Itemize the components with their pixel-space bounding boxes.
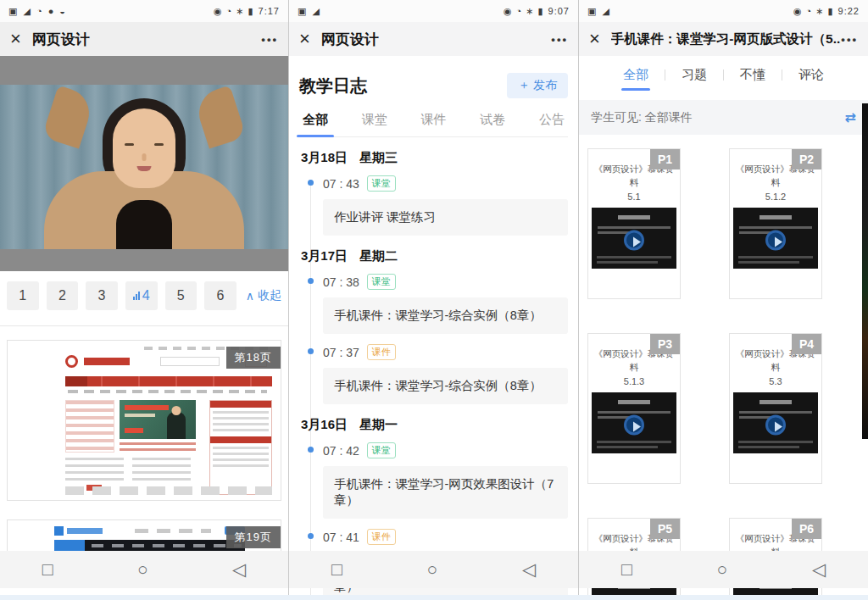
more-menu-icon[interactable]: ••• (261, 33, 278, 46)
play-button-icon[interactable] (765, 414, 786, 435)
page-button-1[interactable]: 1 (7, 281, 39, 310)
day-date: 3月18日 (301, 150, 348, 166)
slide-card-p3[interactable]: P3 《网页设计》慕课资料 5.1.3 (587, 333, 681, 484)
entry-tag-courseware: 课件 (367, 344, 396, 360)
tab-all[interactable]: 全部 (303, 112, 328, 136)
day-date: 3月17日 (301, 248, 348, 264)
entry-content[interactable]: 手机课件：课堂学习-综合实例（8章） (323, 368, 568, 404)
more-menu-icon[interactable]: ••• (551, 33, 568, 46)
page-18-label: 第18页 (226, 347, 281, 369)
timeline-dot (308, 348, 314, 354)
slide-badge: P1 (650, 149, 680, 169)
day-weekday: 星期一 (359, 417, 398, 433)
status-time: 9:07 (548, 6, 570, 16)
log-entry: 07 : 37 课件 手机课件：课堂学习-综合实例（8章） (299, 344, 568, 404)
recents-button[interactable]: □ (621, 559, 632, 580)
page-button-4-active[interactable]: 4 (125, 281, 158, 310)
title-bar: × 网页设计 ••• (289, 22, 578, 56)
tab-exam[interactable]: 试卷 (480, 112, 505, 136)
slide-page-18-thumbnail[interactable]: 第18页 (7, 340, 281, 501)
entry-content[interactable]: 作业讲评 课堂练习 (323, 199, 568, 236)
coat-lapel-left (42, 85, 96, 148)
back-button[interactable]: ◁ (232, 559, 246, 580)
more-menu-icon[interactable]: ••• (841, 33, 858, 46)
log-entry: 07 : 43 课堂 作业讲评 课堂练习 (299, 175, 568, 236)
playing-equalizer-icon (133, 292, 140, 300)
entry-tag-class: 课堂 (367, 274, 396, 290)
visibility-filter-row: 学生可见: 全部课件 ⇄ (579, 100, 868, 135)
home-button[interactable]: ○ (426, 559, 437, 580)
title-bar: × 手机课件：课堂学习-网页版式设计（5... ••• (579, 22, 868, 56)
teaching-log-title: 教学日志 (299, 75, 367, 97)
tab-comments[interactable]: 评论 (782, 67, 840, 83)
status-time: 9:22 (838, 6, 860, 16)
video-thumbnail (592, 208, 676, 269)
timeline-dot (308, 278, 314, 284)
entry-content[interactable]: 手机课件：课堂学习-网页效果图设计（7章） (323, 466, 568, 519)
collapse-button[interactable]: ∧ 收起 (246, 288, 281, 303)
coat-lapel-right (192, 85, 247, 148)
presenter-sweater (116, 200, 172, 249)
tab-all[interactable]: 全部 (607, 67, 665, 83)
slide-badge: P2 (792, 149, 821, 169)
phone-middle-teaching-log: ▣ ◢ ◉ ◔ ∗ ▮ 9:07 × 网页设计 ••• 教学日志 ＋ 发布 全部… (289, 0, 579, 600)
log-filter-tabs: 全部 课堂 课件 试卷 公告 (299, 112, 568, 137)
video-thumbnail (733, 208, 818, 269)
publish-button[interactable]: ＋ 发布 (507, 73, 568, 98)
tab-class[interactable]: 课堂 (362, 112, 387, 136)
slide-card-p2[interactable]: P2 《网页设计》慕课资料 5.1.2 (729, 148, 822, 299)
home-button[interactable]: ○ (137, 559, 148, 580)
courseware-tabs: 全部 习题 不懂 评论 (579, 56, 868, 92)
back-button[interactable]: ◁ (522, 559, 536, 580)
close-icon[interactable]: × (589, 30, 600, 48)
video-thumbnail (592, 392, 676, 453)
slide-badge: P3 (650, 334, 680, 354)
slide-subtitle: 5.3 (730, 376, 821, 386)
play-button-icon[interactable] (624, 230, 644, 250)
android-nav-bar: □ ○ ◁ (289, 551, 578, 588)
back-button[interactable]: ◁ (812, 559, 826, 580)
video-player[interactable] (0, 56, 288, 271)
status-left-icons: ▣ ◢ (298, 6, 321, 17)
entry-tag-class: 课堂 (367, 442, 396, 458)
screenshot-composite: ▣ ◢ ◔ ● ◒ ◉ ◔ ∗ ▮ 7:17 × 网页设计 ••• (0, 0, 868, 600)
page-selector: 1 2 3 4 5 6 ∧ 收起 (0, 271, 288, 319)
home-button[interactable]: ○ (716, 559, 727, 580)
status-bar: ▣ ◢ ◉ ◔ ∗ ▮ 9:22 (579, 0, 868, 22)
title-bar: × 网页设计 ••• (0, 22, 288, 56)
slide-card-p4[interactable]: P4 《网页设计》慕课资料 5.3 (729, 333, 822, 484)
video-thumbnail (733, 392, 818, 453)
presenter-face (113, 108, 175, 188)
android-nav-bar: □ ○ ◁ (579, 551, 868, 588)
page-button-3[interactable]: 3 (86, 281, 118, 310)
tab-courseware[interactable]: 课件 (421, 112, 447, 136)
slide-subtitle: 5.1.3 (588, 376, 680, 386)
page-19-label: 第19页 (226, 526, 281, 548)
recents-button[interactable]: □ (42, 559, 53, 580)
tab-exercises[interactable]: 习题 (665, 67, 723, 83)
play-button-icon[interactable] (765, 230, 786, 250)
slide-subtitle: 5.1.2 (730, 192, 821, 202)
slide-badge: P5 (650, 519, 680, 539)
page-button-6[interactable]: 6 (204, 281, 236, 310)
swap-order-icon[interactable]: ⇄ (845, 109, 856, 125)
page-button-5[interactable]: 5 (165, 281, 198, 310)
day-weekday: 星期二 (359, 248, 398, 264)
recents-button[interactable]: □ (331, 559, 342, 580)
entry-time: 07 : 42 (323, 444, 359, 458)
close-icon[interactable]: × (10, 30, 21, 48)
day-date: 3月16日 (301, 417, 348, 433)
play-button-icon[interactable] (624, 414, 644, 435)
tab-notice[interactable]: 公告 (539, 112, 565, 136)
entry-content[interactable]: 手机课件：课堂学习-综合实例（8章） (323, 297, 568, 334)
entry-time: 07 : 43 (323, 177, 359, 191)
status-right-icons: ◉ ◔ ∗ ▮ (793, 6, 834, 17)
timeline-dot (308, 447, 314, 453)
page-button-2[interactable]: 2 (47, 281, 79, 310)
phone-right-courseware: ▣ ◢ ◉ ◔ ∗ ▮ 9:22 × 手机课件：课堂学习-网页版式设计（5...… (579, 0, 868, 600)
timeline-dot (308, 533, 314, 539)
tab-confused[interactable]: 不懂 (724, 67, 782, 83)
slide-card-p1[interactable]: P1 《网页设计》慕课资料 5.1 (587, 148, 681, 299)
close-icon[interactable]: × (299, 30, 310, 48)
slide-badge: P6 (792, 519, 821, 539)
